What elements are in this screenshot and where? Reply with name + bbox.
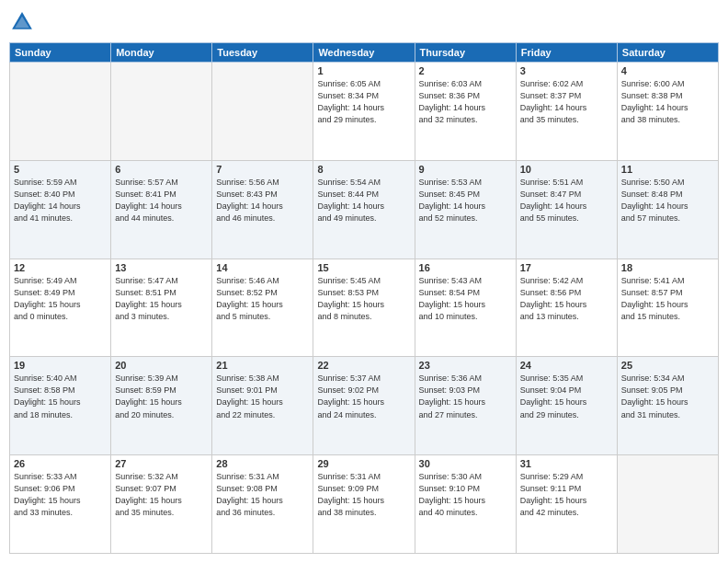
day-info: Sunrise: 5:30 AMSunset: 9:10 PMDaylight:… — [419, 471, 512, 519]
day-info: Sunrise: 5:40 AMSunset: 8:58 PMDaylight:… — [14, 373, 107, 420]
day-info: Sunrise: 6:02 AMSunset: 8:37 PMDaylight:… — [520, 78, 613, 126]
day-number: 19 — [14, 360, 107, 371]
day-number: 21 — [216, 360, 309, 371]
day-number: 10 — [520, 164, 613, 175]
day-info: Sunrise: 5:35 AMSunset: 9:04 PMDaylight:… — [520, 373, 613, 420]
day-number: 4 — [621, 65, 714, 76]
calendar-cell: 31Sunrise: 5:29 AMSunset: 9:11 PMDayligh… — [516, 455, 617, 554]
calendar-cell: 14Sunrise: 5:46 AMSunset: 8:52 PMDayligh… — [212, 259, 313, 357]
calendar-cell: 21Sunrise: 5:38 AMSunset: 9:01 PMDayligh… — [212, 357, 313, 455]
day-number: 11 — [621, 164, 714, 175]
day-number: 8 — [317, 164, 410, 175]
day-info: Sunrise: 5:41 AMSunset: 8:57 PMDaylight:… — [621, 275, 714, 323]
calendar-cell: 6Sunrise: 5:57 AMSunset: 8:41 PMDaylight… — [111, 160, 212, 259]
calendar-cell: 9Sunrise: 5:53 AMSunset: 8:45 PMDaylight… — [415, 160, 516, 259]
day-info: Sunrise: 5:42 AMSunset: 8:56 PMDaylight:… — [520, 275, 613, 323]
weekday-header-friday: Friday — [516, 43, 617, 63]
week-row-2: 12Sunrise: 5:49 AMSunset: 8:49 PMDayligh… — [10, 259, 719, 357]
calendar-cell: 30Sunrise: 5:30 AMSunset: 9:10 PMDayligh… — [415, 455, 516, 554]
calendar-cell: 7Sunrise: 5:56 AMSunset: 8:43 PMDaylight… — [212, 160, 313, 259]
day-number: 5 — [14, 164, 107, 175]
calendar-cell: 15Sunrise: 5:45 AMSunset: 8:53 PMDayligh… — [313, 259, 415, 357]
day-info: Sunrise: 5:38 AMSunset: 9:01 PMDaylight:… — [216, 373, 309, 420]
weekday-header-row: SundayMondayTuesdayWednesdayThursdayFrid… — [10, 43, 719, 63]
calendar-cell: 12Sunrise: 5:49 AMSunset: 8:49 PMDayligh… — [10, 259, 111, 357]
weekday-header-monday: Monday — [111, 43, 212, 63]
calendar-cell: 16Sunrise: 5:43 AMSunset: 8:54 PMDayligh… — [415, 259, 516, 357]
day-number: 31 — [520, 458, 613, 469]
calendar-cell: 27Sunrise: 5:32 AMSunset: 9:07 PMDayligh… — [111, 455, 212, 554]
header — [9, 9, 719, 35]
day-info: Sunrise: 5:33 AMSunset: 9:06 PMDaylight:… — [14, 471, 107, 519]
calendar-cell: 24Sunrise: 5:35 AMSunset: 9:04 PMDayligh… — [516, 357, 617, 455]
day-number: 2 — [419, 65, 512, 76]
day-number: 16 — [419, 262, 512, 273]
calendar-cell — [617, 455, 718, 554]
day-number: 29 — [317, 458, 410, 469]
day-number: 13 — [115, 262, 208, 273]
weekday-header-wednesday: Wednesday — [313, 43, 415, 63]
calendar-cell: 1Sunrise: 6:05 AMSunset: 8:34 PMDaylight… — [313, 63, 415, 161]
week-row-1: 5Sunrise: 5:59 AMSunset: 8:40 PMDaylight… — [10, 160, 719, 259]
day-number: 3 — [520, 65, 613, 76]
calendar-cell — [10, 63, 111, 161]
day-number: 27 — [115, 458, 208, 469]
day-info: Sunrise: 5:32 AMSunset: 9:07 PMDaylight:… — [115, 471, 208, 519]
day-info: Sunrise: 6:00 AMSunset: 8:38 PMDaylight:… — [621, 78, 714, 126]
day-info: Sunrise: 5:46 AMSunset: 8:52 PMDaylight:… — [216, 275, 309, 323]
day-info: Sunrise: 6:03 AMSunset: 8:36 PMDaylight:… — [419, 78, 512, 126]
page: SundayMondayTuesdayWednesdayThursdayFrid… — [0, 0, 728, 563]
day-number: 12 — [14, 262, 107, 273]
day-info: Sunrise: 5:50 AMSunset: 8:48 PMDaylight:… — [621, 177, 714, 224]
calendar-cell: 22Sunrise: 5:37 AMSunset: 9:02 PMDayligh… — [313, 357, 415, 455]
calendar-cell: 10Sunrise: 5:51 AMSunset: 8:47 PMDayligh… — [516, 160, 617, 259]
day-info: Sunrise: 5:43 AMSunset: 8:54 PMDaylight:… — [419, 275, 512, 323]
weekday-header-sunday: Sunday — [10, 43, 111, 63]
calendar-cell: 8Sunrise: 5:54 AMSunset: 8:44 PMDaylight… — [313, 160, 415, 259]
day-number: 18 — [621, 262, 714, 273]
day-number: 25 — [621, 360, 714, 371]
calendar-cell: 20Sunrise: 5:39 AMSunset: 8:59 PMDayligh… — [111, 357, 212, 455]
calendar-cell: 11Sunrise: 5:50 AMSunset: 8:48 PMDayligh… — [617, 160, 718, 259]
day-info: Sunrise: 5:49 AMSunset: 8:49 PMDaylight:… — [14, 275, 107, 323]
day-number: 6 — [115, 164, 208, 175]
calendar-table: SundayMondayTuesdayWednesdayThursdayFrid… — [9, 42, 719, 554]
day-info: Sunrise: 6:05 AMSunset: 8:34 PMDaylight:… — [317, 78, 410, 126]
calendar-cell: 18Sunrise: 5:41 AMSunset: 8:57 PMDayligh… — [617, 259, 718, 357]
day-number: 7 — [216, 164, 309, 175]
day-number: 23 — [419, 360, 512, 371]
day-info: Sunrise: 5:37 AMSunset: 9:02 PMDaylight:… — [317, 373, 410, 420]
day-info: Sunrise: 5:47 AMSunset: 8:51 PMDaylight:… — [115, 275, 208, 323]
day-info: Sunrise: 5:36 AMSunset: 9:03 PMDaylight:… — [419, 373, 512, 420]
calendar-cell: 29Sunrise: 5:31 AMSunset: 9:09 PMDayligh… — [313, 455, 415, 554]
day-info: Sunrise: 5:53 AMSunset: 8:45 PMDaylight:… — [419, 177, 512, 224]
calendar-cell: 2Sunrise: 6:03 AMSunset: 8:36 PMDaylight… — [415, 63, 516, 161]
day-info: Sunrise: 5:51 AMSunset: 8:47 PMDaylight:… — [520, 177, 613, 224]
day-number: 26 — [14, 458, 107, 469]
day-number: 9 — [419, 164, 512, 175]
day-info: Sunrise: 5:31 AMSunset: 9:08 PMDaylight:… — [216, 471, 309, 519]
week-row-3: 19Sunrise: 5:40 AMSunset: 8:58 PMDayligh… — [10, 357, 719, 455]
day-info: Sunrise: 5:39 AMSunset: 8:59 PMDaylight:… — [115, 373, 208, 420]
weekday-header-saturday: Saturday — [617, 43, 718, 63]
week-row-4: 26Sunrise: 5:33 AMSunset: 9:06 PMDayligh… — [10, 455, 719, 554]
week-row-0: 1Sunrise: 6:05 AMSunset: 8:34 PMDaylight… — [10, 63, 719, 161]
calendar-cell: 4Sunrise: 6:00 AMSunset: 8:38 PMDaylight… — [617, 63, 718, 161]
calendar-cell: 5Sunrise: 5:59 AMSunset: 8:40 PMDaylight… — [10, 160, 111, 259]
day-number: 24 — [520, 360, 613, 371]
day-info: Sunrise: 5:34 AMSunset: 9:05 PMDaylight:… — [621, 373, 714, 420]
day-number: 14 — [216, 262, 309, 273]
calendar-cell: 19Sunrise: 5:40 AMSunset: 8:58 PMDayligh… — [10, 357, 111, 455]
calendar-cell: 25Sunrise: 5:34 AMSunset: 9:05 PMDayligh… — [617, 357, 718, 455]
weekday-header-thursday: Thursday — [415, 43, 516, 63]
day-number: 15 — [317, 262, 410, 273]
calendar-cell — [111, 63, 212, 161]
logo-icon — [9, 9, 35, 35]
calendar-cell: 26Sunrise: 5:33 AMSunset: 9:06 PMDayligh… — [10, 455, 111, 554]
day-number: 22 — [317, 360, 410, 371]
day-info: Sunrise: 5:56 AMSunset: 8:43 PMDaylight:… — [216, 177, 309, 224]
calendar-cell: 17Sunrise: 5:42 AMSunset: 8:56 PMDayligh… — [516, 259, 617, 357]
day-info: Sunrise: 5:29 AMSunset: 9:11 PMDaylight:… — [520, 471, 613, 519]
day-number: 28 — [216, 458, 309, 469]
calendar-cell — [212, 63, 313, 161]
